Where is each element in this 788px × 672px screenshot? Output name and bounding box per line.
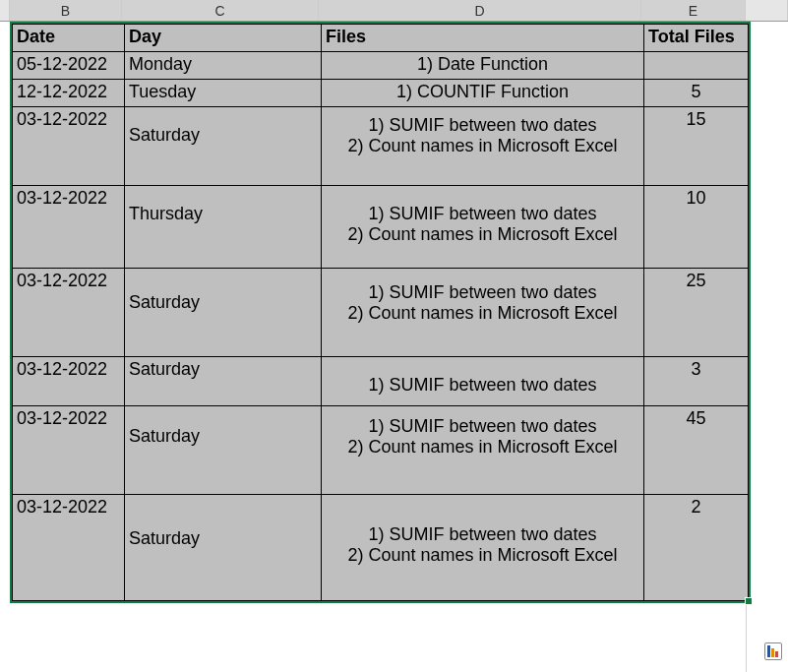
cell-date[interactable]: 03-12-2022 xyxy=(13,269,125,357)
cell-date[interactable]: 03-12-2022 xyxy=(13,495,125,601)
cell-files[interactable]: 1) SUMIF between two dates 2) Count name… xyxy=(322,107,644,186)
cell-day[interactable]: Saturday xyxy=(125,107,322,186)
cell-date[interactable]: 12-12-2022 xyxy=(13,80,125,107)
col-header-C[interactable]: C xyxy=(122,0,319,21)
spreadsheet-viewport: B C D E Date Day Files Total Files 05-12… xyxy=(0,0,788,672)
cell-files[interactable]: 1) SUMIF between two dates 2) Count name… xyxy=(322,495,644,601)
table-row: 05-12-2022 Monday 1) Date Function xyxy=(13,52,749,80)
cell-date[interactable]: 03-12-2022 xyxy=(13,357,125,406)
cell-day[interactable]: Saturday xyxy=(125,269,322,357)
cell-day[interactable]: Monday xyxy=(125,52,322,80)
cell-total[interactable]: 15 xyxy=(644,107,749,186)
cell-total[interactable]: 45 xyxy=(644,406,749,495)
cell-total[interactable]: 2 xyxy=(644,495,749,601)
svg-rect-0 xyxy=(767,645,770,657)
cell-day[interactable]: Tuesday xyxy=(125,80,322,107)
col-header-F[interactable] xyxy=(746,0,788,21)
cell-date[interactable]: 03-12-2022 xyxy=(13,186,125,269)
cell-date[interactable]: 03-12-2022 xyxy=(13,406,125,495)
cell-total[interactable]: 10 xyxy=(644,186,749,269)
selection-range: Date Day Files Total Files 05-12-2022 Mo… xyxy=(10,22,751,603)
cell-day[interactable]: Saturday xyxy=(125,495,322,601)
table-row: 03-12-2022 Saturday 1) SUMIF between two… xyxy=(13,357,749,406)
cell-files-active[interactable]: 1) SUMIF between two dates 2) Count name… xyxy=(322,269,644,357)
header-day[interactable]: Day xyxy=(125,25,322,52)
table-row: 03-12-2022 Saturday 1) SUMIF between two… xyxy=(13,107,749,186)
table-row: 03-12-2022 Saturday 1) SUMIF between two… xyxy=(13,495,749,601)
cell-total[interactable]: 3 xyxy=(644,357,749,406)
cell-files[interactable]: 1) SUMIF between two dates 2) Count name… xyxy=(322,406,644,495)
table-row: 03-12-2022 Saturday 1) SUMIF between two… xyxy=(13,269,749,357)
data-table: Date Day Files Total Files 05-12-2022 Mo… xyxy=(12,24,749,601)
header-row: Date Day Files Total Files xyxy=(13,25,749,52)
table-row: 12-12-2022 Tuesday 1) COUNTIF Function 5 xyxy=(13,80,749,107)
table-row: 03-12-2022 Thursday 1) SUMIF between two… xyxy=(13,186,749,269)
column-header-row: B C D E xyxy=(0,0,788,22)
header-date[interactable]: Date xyxy=(13,25,125,52)
table-row: 03-12-2022 Saturday 1) SUMIF between two… xyxy=(13,406,749,495)
cell-total[interactable]: 5 xyxy=(644,80,749,107)
col-header-E[interactable]: E xyxy=(641,0,746,21)
cell-day[interactable]: Saturday xyxy=(125,406,322,495)
cell-files[interactable]: 1) SUMIF between two dates xyxy=(322,357,644,406)
cell-total[interactable] xyxy=(644,52,749,80)
header-files[interactable]: Files xyxy=(322,25,644,52)
col-header-B[interactable]: B xyxy=(10,0,122,21)
cell-day[interactable]: Thursday xyxy=(125,186,322,269)
selection-fill-handle[interactable] xyxy=(745,597,753,605)
empty-column-area[interactable] xyxy=(746,22,788,672)
header-total[interactable]: Total Files xyxy=(644,25,749,52)
quick-analysis-icon[interactable] xyxy=(764,642,782,660)
cell-files[interactable]: 1) Date Function xyxy=(322,52,644,80)
svg-rect-2 xyxy=(775,651,778,657)
svg-rect-1 xyxy=(771,648,774,657)
cell-files[interactable]: 1) SUMIF between two dates 2) Count name… xyxy=(322,186,644,269)
cell-files[interactable]: 1) COUNTIF Function xyxy=(322,80,644,107)
col-header-gutter[interactable] xyxy=(0,0,10,21)
cell-total[interactable]: 25 xyxy=(644,269,749,357)
cell-day[interactable]: Saturday xyxy=(125,357,322,406)
cell-date[interactable]: 05-12-2022 xyxy=(13,52,125,80)
col-header-D[interactable]: D xyxy=(319,0,641,21)
cell-date[interactable]: 03-12-2022 xyxy=(13,107,125,186)
